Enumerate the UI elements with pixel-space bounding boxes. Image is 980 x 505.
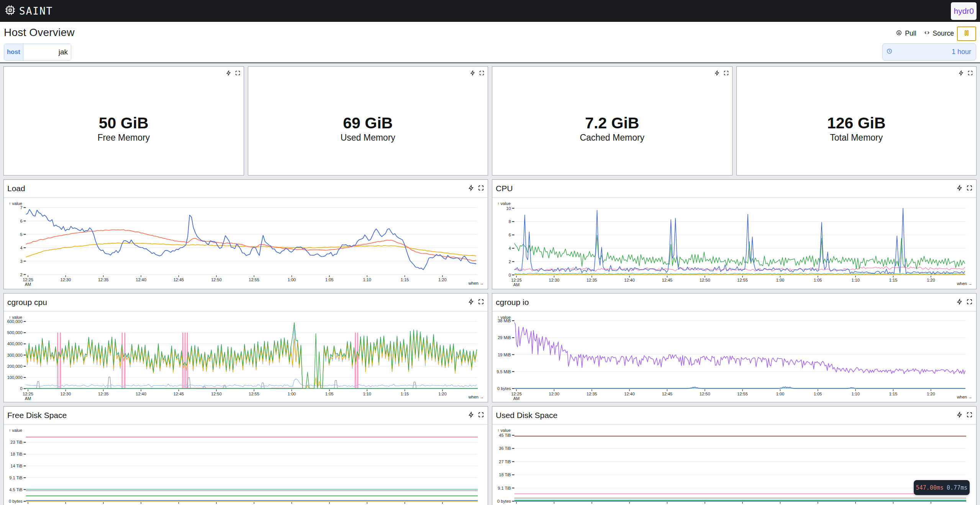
chart-title: cgroup cpu bbox=[7, 298, 47, 307]
arrow-down-circle-icon bbox=[896, 30, 902, 38]
brand[interactable]: SAINT bbox=[5, 5, 53, 17]
refresh-bolt-icon[interactable] bbox=[468, 185, 474, 193]
svg-text:12:30: 12:30 bbox=[549, 278, 560, 282]
svg-text:45 TiB: 45 TiB bbox=[499, 433, 511, 438]
svg-text:5: 5 bbox=[20, 232, 22, 237]
svg-text:18 TiB: 18 TiB bbox=[499, 472, 511, 477]
tooltip-write-value: 0.77ms bbox=[947, 484, 967, 491]
svg-text:when →: when → bbox=[957, 281, 972, 286]
svg-text:↑ value: ↑ value bbox=[497, 201, 511, 206]
user-button[interactable]: hydr0 bbox=[951, 2, 977, 20]
chart-panel-load: Load 234567↑ value12:25AM12:3012:3512:40… bbox=[3, 179, 488, 289]
stat-panel-3: 126 GiB Total Memory bbox=[736, 66, 977, 175]
refresh-bolt-icon[interactable] bbox=[714, 70, 720, 77]
chart-free-disk[interactable]: 0 bytes4.5 TiB9.1 TiB14 TiB18 TiB23 TiB↑… bbox=[4, 425, 488, 505]
fullscreen-icon[interactable] bbox=[966, 185, 973, 193]
fullscreen-icon[interactable] bbox=[967, 70, 973, 77]
svg-text:600,000: 600,000 bbox=[7, 319, 23, 324]
code-icon bbox=[924, 30, 930, 38]
svg-text:1:05: 1:05 bbox=[814, 278, 822, 282]
refresh-bolt-icon[interactable] bbox=[956, 298, 963, 307]
stat-body: 50 GiB Free Memory bbox=[4, 67, 244, 175]
svg-text:1:15: 1:15 bbox=[401, 392, 409, 396]
pause-button[interactable] bbox=[957, 26, 976, 41]
stat-value: 126 GiB bbox=[827, 115, 886, 131]
svg-text:29 MiB: 29 MiB bbox=[498, 335, 511, 340]
fullscreen-icon[interactable] bbox=[235, 70, 241, 77]
svg-text:300,000: 300,000 bbox=[7, 353, 23, 357]
source-button[interactable]: Source bbox=[924, 30, 954, 38]
chart-header: cgroup io bbox=[492, 293, 976, 312]
fullscreen-icon[interactable] bbox=[478, 412, 484, 420]
stat-label: Free Memory bbox=[97, 133, 150, 143]
fullscreen-icon[interactable] bbox=[478, 298, 484, 307]
svg-text:12:45: 12:45 bbox=[662, 278, 673, 282]
svg-text:when →: when → bbox=[468, 395, 484, 399]
host-filter-input[interactable] bbox=[23, 44, 71, 60]
refresh-bolt-icon[interactable] bbox=[958, 70, 964, 77]
refresh-bolt-icon[interactable] bbox=[468, 298, 474, 307]
svg-text:1:20: 1:20 bbox=[438, 392, 446, 396]
svg-text:0 bytes: 0 bytes bbox=[497, 386, 511, 391]
stat-value: 69 GiB bbox=[343, 115, 393, 131]
svg-text:12:40: 12:40 bbox=[136, 392, 146, 396]
pull-button[interactable]: Pull bbox=[896, 30, 916, 38]
chart-header: Used Disk Space bbox=[492, 407, 976, 425]
svg-text:500,000: 500,000 bbox=[7, 330, 23, 335]
svg-text:12:25: 12:25 bbox=[511, 278, 522, 282]
svg-text:1:00: 1:00 bbox=[288, 392, 296, 396]
chart-panel-cgroup-cpu: cgroup cpu 0100,000200,000300,000400,000… bbox=[3, 293, 488, 402]
svg-text:12:55: 12:55 bbox=[249, 392, 259, 396]
svg-text:1:20: 1:20 bbox=[438, 277, 446, 282]
stat-panel-2: 7.2 GiB Cached Memory bbox=[492, 66, 733, 175]
chart-panel-free-disk: Free Disk Space 0 bytes4.5 TiB9.1 TiB14 … bbox=[3, 406, 488, 505]
svg-text:1:05: 1:05 bbox=[814, 392, 822, 396]
svg-text:1:10: 1:10 bbox=[363, 277, 371, 282]
svg-text:23 TiB: 23 TiB bbox=[10, 440, 22, 444]
chart-cgroup-io[interactable]: 0 bytes9.5 MiB19 MiB29 MiB38 MiB↑ value1… bbox=[492, 312, 976, 402]
svg-text:↑ value: ↑ value bbox=[497, 315, 511, 320]
chart-used-disk[interactable]: 0 bytes9.1 TiB18 TiB27 TiB36 TiB45 TiB↑ … bbox=[492, 425, 976, 505]
svg-text:↑ value: ↑ value bbox=[9, 315, 22, 320]
chart-load[interactable]: 234567↑ value12:25AM12:3012:3512:4012:45… bbox=[4, 198, 488, 289]
svg-text:AM: AM bbox=[25, 282, 31, 287]
chart-body: 0 bytes4.5 TiB9.1 TiB14 TiB18 TiB23 TiB↑… bbox=[4, 425, 488, 505]
chart-cpu[interactable]: 0246810↑ value12:25AM12:3012:3512:4012:4… bbox=[492, 198, 976, 289]
svg-text:12:45: 12:45 bbox=[174, 277, 184, 282]
top-navbar: SAINT hydr0 bbox=[0, 0, 980, 22]
svg-text:12:35: 12:35 bbox=[587, 278, 597, 282]
svg-text:1:15: 1:15 bbox=[889, 392, 897, 396]
fullscreen-icon[interactable] bbox=[723, 70, 729, 77]
svg-text:when →: when → bbox=[957, 395, 972, 399]
stat-value: 7.2 GiB bbox=[585, 115, 639, 131]
svg-text:10: 10 bbox=[506, 206, 511, 211]
host-filter: host bbox=[4, 44, 71, 61]
refresh-bolt-icon[interactable] bbox=[956, 412, 963, 420]
tooltip-read-value: 547.00ms bbox=[916, 484, 944, 491]
chart-body: 0100,000200,000300,000400,000500,000600,… bbox=[4, 312, 488, 402]
fullscreen-icon[interactable] bbox=[478, 185, 484, 193]
refresh-bolt-icon[interactable] bbox=[226, 70, 231, 77]
chart-panel-cgroup-io: cgroup io 0 bytes9.5 MiB19 MiB29 MiB38 M… bbox=[492, 293, 977, 402]
svg-text:12:55: 12:55 bbox=[737, 392, 748, 396]
time-range-picker[interactable]: 1 hour bbox=[882, 43, 976, 61]
refresh-bolt-icon[interactable] bbox=[956, 185, 963, 193]
fullscreen-icon[interactable] bbox=[966, 298, 973, 307]
svg-text:12:25: 12:25 bbox=[23, 277, 33, 282]
chart-title: Load bbox=[7, 184, 25, 193]
refresh-bolt-icon[interactable] bbox=[470, 70, 475, 77]
svg-text:12:35: 12:35 bbox=[587, 392, 597, 396]
svg-text:1:00: 1:00 bbox=[776, 278, 784, 282]
dashboard-grid: 50 GiB Free Memory 69 GiB Used Memory 7.… bbox=[0, 63, 980, 505]
stat-panel-1: 69 GiB Used Memory bbox=[248, 66, 488, 175]
refresh-bolt-icon[interactable] bbox=[468, 412, 474, 420]
svg-text:1:15: 1:15 bbox=[401, 277, 409, 282]
chart-header: cgroup cpu bbox=[4, 293, 488, 312]
fullscreen-icon[interactable] bbox=[479, 70, 485, 77]
chart-panel-cpu: CPU 0246810↑ value12:25AM12:3012:3512:40… bbox=[492, 179, 977, 289]
svg-text:12:30: 12:30 bbox=[61, 392, 71, 396]
clock-icon bbox=[887, 48, 892, 56]
fullscreen-icon[interactable] bbox=[966, 412, 973, 420]
svg-text:12:55: 12:55 bbox=[737, 278, 748, 282]
chart-cgroup-cpu[interactable]: 0100,000200,000300,000400,000500,000600,… bbox=[4, 312, 488, 402]
